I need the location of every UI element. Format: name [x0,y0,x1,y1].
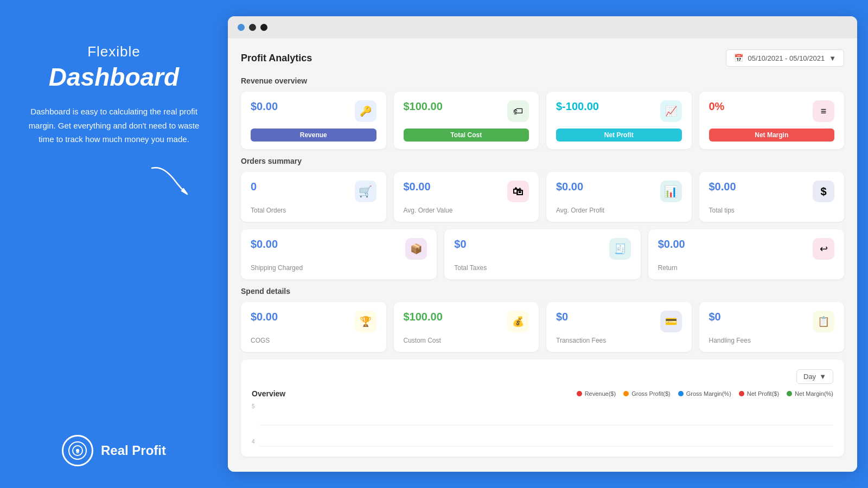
metric-sublabel: Custom Cost [404,337,529,344]
revenue-cards-grid: $0.00 🔑 Revenue $100.00 🏷 Total Cost $-1… [241,92,844,149]
metric-sublabel: COGS [251,337,376,344]
metric-card-top: $0.00 ↩ [658,238,834,260]
metric-sublabel: Avg. Order Profit [556,207,682,214]
arrow-area [22,163,206,201]
metric-icon: 📊 [660,181,682,202]
metric-sublabel: Total Taxes [454,264,630,272]
metric-value: $-100.00 [556,100,599,113]
browser-titlebar [228,16,857,38]
left-content: Flexible Dashboard Dashboard is easy to … [22,43,206,201]
legend-label: Revenue($) [585,390,616,397]
legend-item: Revenue($) [577,390,616,397]
spend-section-label: Spend details [241,287,844,296]
metric-value: $100.00 [404,100,443,113]
metric-icon: 🏆 [355,311,376,332]
legend-label: Gross Margin(%) [686,390,731,397]
metric-icon: ≡ [813,100,834,122]
day-select[interactable]: Day ▼ [796,369,833,384]
metric-icon: 🏷 [507,100,529,122]
metric-sublabel: Transaction Fees [556,337,682,344]
metric-icon: 📋 [813,311,834,332]
metric-sublabel: Total Orders [251,207,376,214]
metric-card-top: $0.00 🛍 [404,181,529,202]
metric-value: $0 [556,311,568,323]
chart-header: Overview Revenue($) Gross Profit($) Gros… [252,389,833,398]
metric-value: 0% [709,100,725,113]
metric-value: $0 [454,238,466,251]
chevron-down-icon-chart: ▼ [819,373,826,381]
revenue-card: 0% ≡ Net Margin [699,92,845,149]
metric-icon: 🛍 [507,181,529,202]
chart-top-row: Day ▼ [252,369,833,384]
metric-card-top: $0 💳 [556,311,682,332]
legend-dot [577,391,582,396]
y-label-5: 5 [252,403,255,409]
svg-text:$: $ [76,448,79,454]
metric-icon: 📦 [405,238,427,260]
metric-card-top: $0 📋 [709,311,835,332]
browser-content: Profit Analytics 📅 05/10/2021 - 05/10/20… [228,38,857,472]
chart-title: Overview [252,389,285,398]
legend-item: Net Margin(%) [787,390,833,397]
metric-value: $0.00 [251,100,278,113]
order-card: $0.00 📊 Avg. Order Profit [546,172,692,222]
metric-label-bar: Net Margin [709,129,835,142]
dot-blue [238,24,245,31]
spend-cards-grid: $0.00 🏆 COGS $100.00 💰 Custom Cost $0 💳 … [241,302,844,352]
metric-icon: 🧾 [609,238,631,260]
metric-value: $0.00 [658,238,685,251]
metric-card-top: $0.00 📦 [251,238,427,260]
spend-card: $0 📋 Handling Fees [699,302,845,352]
metric-label-bar: Net Profit [556,129,682,142]
metric-card-top: $0.00 📊 [556,181,682,202]
metric-sublabel: Total tips [709,207,835,214]
chart-body: 5 4 [252,403,833,447]
day-label: Day [803,373,816,381]
legend-dot [739,391,744,396]
metric-sublabel: Return [658,264,834,272]
metric-card-top: $-100.00 📈 [556,100,682,122]
metric-value: $0.00 [404,181,431,193]
chart-section: Day ▼ Overview Revenue($) Gross Profit($… [241,359,844,457]
metric-value: $0 [709,311,721,323]
metric-icon: 💰 [507,311,529,332]
flexible-label: Flexible [22,43,206,60]
legend-label: Gross Profit($) [631,390,671,397]
legend-item: Gross Margin(%) [678,390,731,397]
revenue-card: $100.00 🏷 Total Cost [394,92,539,149]
left-panel: Flexible Dashboard Dashboard is easy to … [0,0,228,488]
description-text: Dashboard is easy to calculating the rea… [22,105,206,146]
dot-dark1 [249,24,256,31]
metric-icon: 📈 [660,100,682,122]
date-range-text: 05/10/2021 - 05/10/2021 [748,54,825,62]
calendar-icon: 📅 [734,54,743,62]
metric-card-top: $0.00 🏆 [251,311,376,332]
spend-card: $100.00 💰 Custom Cost [394,302,539,352]
metric-icon: 🔑 [355,100,376,122]
metric-icon: 🛒 [355,181,376,202]
legend-item: Gross Profit($) [623,390,671,397]
order-card: $0.00 📦 Shipping Charged [241,229,437,279]
y-label-4: 4 [252,439,255,445]
arrow-icon [146,163,195,201]
legend-label: Net Profit($) [747,390,779,397]
legend-label: Net Margin(%) [795,390,833,397]
order-card: $0.00 ↩ Return [648,229,844,279]
metric-sublabel: Avg. Order Value [404,207,529,214]
metric-label-bar: Revenue [251,129,376,142]
brand-icon: $ [62,435,93,466]
orders-section-label: Orders summary [241,157,844,165]
date-picker[interactable]: 📅 05/10/2021 - 05/10/2021 ▼ [726,49,844,67]
metric-card-top: 0 🛒 [251,181,376,202]
metric-card-top: $100.00 💰 [404,311,529,332]
metric-value: $0.00 [251,311,278,323]
order-card: $0 🧾 Total Taxes [444,229,640,279]
orders-row2-grid: $0.00 📦 Shipping Charged $0 🧾 Total Taxe… [241,229,844,279]
legend-dot [623,391,629,396]
dashboard-title: Dashboard [22,62,206,92]
page-title: Profit Analytics [241,53,312,64]
page-header: Profit Analytics 📅 05/10/2021 - 05/10/20… [241,49,844,67]
metric-card-top: $100.00 🏷 [404,100,529,122]
brand-name: Real Profit [101,443,166,458]
metric-value: 0 [251,181,257,193]
